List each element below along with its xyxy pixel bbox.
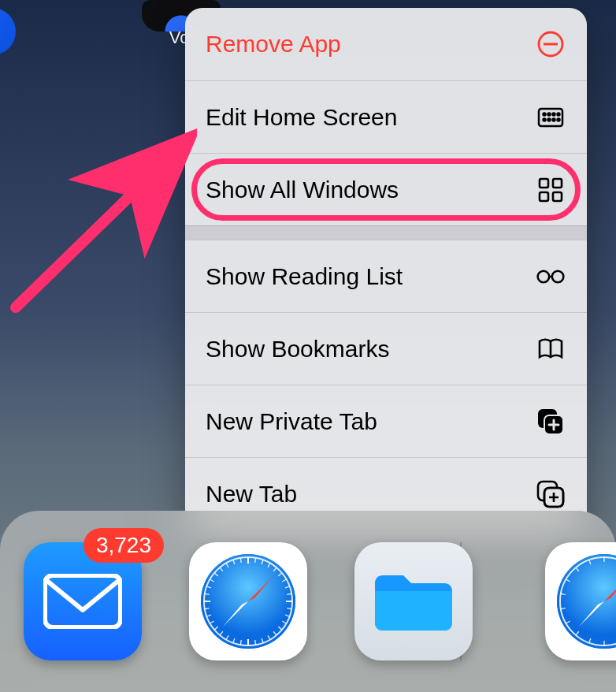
show-all-windows-label: Show All Windows	[206, 177, 399, 203]
safari-app[interactable]	[189, 542, 307, 660]
safari-recent-app[interactable]	[545, 542, 616, 660]
files-app[interactable]	[354, 542, 473, 660]
svg-rect-11	[540, 179, 548, 188]
svg-point-8	[548, 118, 551, 121]
annotation-arrow	[0, 114, 197, 319]
show-reading-list-item[interactable]: Show Reading List	[185, 240, 587, 312]
book-icon	[535, 333, 566, 365]
folder-icon	[370, 566, 457, 637]
svg-point-9	[553, 118, 555, 121]
safari-icon	[554, 551, 616, 652]
svg-point-10	[558, 118, 560, 121]
new-private-tab-label: New Private Tab	[206, 408, 377, 435]
svg-point-5	[553, 113, 555, 115]
plus-square-icon	[535, 478, 566, 510]
grid-edit-icon	[535, 102, 566, 133]
svg-point-6	[558, 113, 560, 115]
mail-badge: 3,723	[83, 528, 164, 563]
edit-home-screen-item[interactable]: Edit Home Screen	[185, 80, 587, 153]
menu-separator	[185, 225, 587, 240]
mail-icon	[43, 574, 122, 629]
show-bookmarks-label: Show Bookmarks	[206, 336, 389, 363]
svg-rect-2	[539, 109, 562, 126]
safari-context-menu: Remove App Edit Home Screen Show All Win…	[185, 8, 587, 530]
svg-point-74	[557, 554, 616, 649]
svg-line-27	[16, 158, 169, 307]
windows-grid-icon	[535, 174, 566, 206]
partial-app-icon	[0, 8, 16, 55]
show-all-windows-item[interactable]: Show All Windows	[185, 153, 587, 225]
new-tab-label: New Tab	[206, 481, 297, 508]
svg-point-7	[544, 118, 546, 121]
remove-app-label: Remove App	[206, 31, 341, 58]
svg-point-16	[552, 270, 564, 282]
svg-point-4	[548, 113, 551, 115]
glasses-icon	[535, 261, 566, 292]
safari-icon	[198, 551, 299, 652]
show-bookmarks-item[interactable]: Show Bookmarks	[185, 312, 587, 385]
mail-app[interactable]: 3,723	[24, 542, 142, 660]
remove-icon	[535, 28, 566, 60]
svg-rect-28	[45, 575, 121, 627]
remove-app-item[interactable]: Remove App	[185, 8, 587, 80]
svg-point-15	[538, 270, 550, 282]
svg-point-3	[544, 113, 546, 115]
svg-rect-14	[553, 192, 562, 201]
new-private-tab-item[interactable]: New Private Tab	[185, 385, 587, 457]
dock-apps: 3,723	[24, 542, 473, 660]
plus-square-filled-icon	[535, 406, 566, 437]
svg-rect-12	[553, 179, 562, 188]
edit-home-screen-label: Edit Home Screen	[206, 104, 397, 131]
svg-rect-13	[540, 192, 548, 201]
show-reading-list-label: Show Reading List	[206, 263, 403, 290]
